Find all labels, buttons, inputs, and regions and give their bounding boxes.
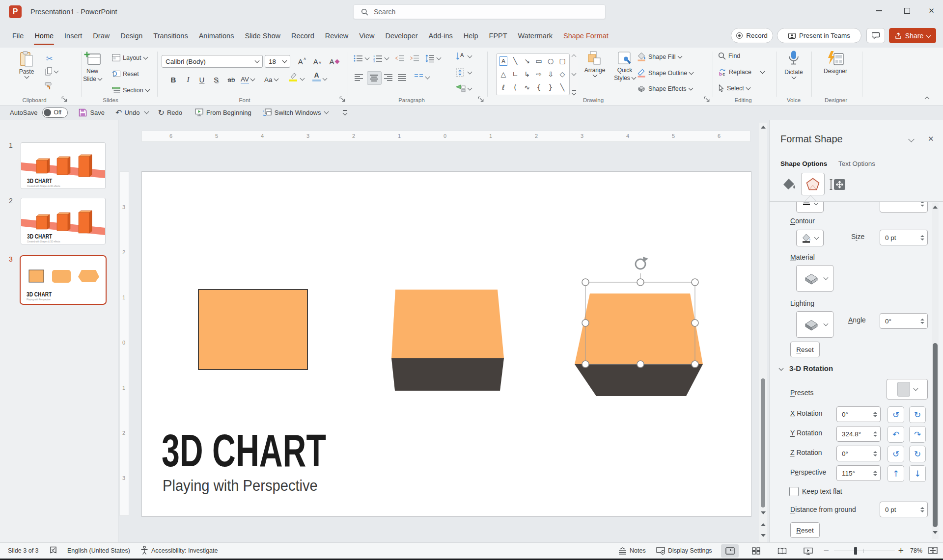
keep-text-flat-checkbox[interactable] [789,487,799,496]
increase-font-size-button[interactable]: A˄ [295,55,309,68]
accessibility-icon[interactable] [140,546,148,555]
shape-3d-extruded[interactable] [391,290,504,391]
tab-fppt[interactable]: FPPT [484,24,513,48]
reading-view-button[interactable] [773,544,791,558]
dictate-button[interactable]: Dictate [780,50,807,79]
decrease-indent-button[interactable] [395,55,405,62]
autosave-toggle[interactable]: Off [42,107,68,118]
next-slide-button[interactable] [761,534,766,537]
tab-home[interactable]: Home [29,24,59,48]
tab-review[interactable]: Review [320,24,354,48]
save-icon[interactable] [79,108,87,117]
shape-icon-elbow-arrow[interactable]: ↳ [521,68,533,81]
switch-windows-dropdown[interactable] [324,109,329,114]
font-size-select[interactable]: 18 [265,55,290,68]
font-color-button[interactable]: A [312,71,321,81]
align-left-button[interactable] [355,74,363,81]
slide-show-view-button[interactable] [799,544,817,558]
y-rotation-up-button[interactable]: ↶ [888,426,904,443]
clipboard-dialog-launcher[interactable] [61,96,68,103]
highlight-color-button[interactable] [289,72,297,81]
effects-tab-icon[interactable] [801,173,825,195]
tab-view[interactable]: View [354,24,380,48]
new-slide-button[interactable]: New Slide [78,51,107,82]
drawing-dialog-launcher[interactable] [703,96,710,103]
shape-fill-button[interactable]: Shape Fill [637,52,682,61]
slide-indicator[interactable]: Slide 3 of 3 [8,547,39,554]
perspective-up-button[interactable]: ↑ [888,465,904,482]
tab-design[interactable]: Design [115,24,148,48]
convert-to-smartart-button[interactable] [456,84,472,93]
shape-icon-freeform[interactable]: ◇ [556,68,568,81]
shape-icon-arrow-line[interactable]: ↘ [521,54,533,68]
zoom-slider-track[interactable] [834,551,895,551]
scroll-up-icon[interactable] [761,126,766,129]
z-rotation-spinner[interactable]: 0° [836,446,881,461]
bullets-button[interactable] [354,54,369,62]
slide-title-text[interactable]: 3D CHART [162,425,326,477]
zoom-level[interactable]: 78% [910,547,922,554]
tab-animations[interactable]: Animations [194,24,240,48]
fill-line-tab-icon[interactable] [781,178,798,191]
zoom-slider-thumb[interactable] [854,547,857,555]
redo-icon[interactable]: ↻ [158,108,165,117]
shape-icon-rectangle[interactable]: ▭ [533,54,545,68]
present-in-teams-button[interactable]: Present in Teams [777,28,861,43]
shape-flat-rectangle[interactable] [198,290,307,370]
cut-button[interactable]: ✂ [46,52,53,65]
shape-icon-textbox[interactable]: A [499,56,507,66]
paragraph-dialog-launcher[interactable] [477,96,484,103]
tab-shape-options[interactable]: Shape Options [780,160,827,167]
distance-from-ground-spinner[interactable]: 0 pt [880,502,928,517]
strikethrough-button[interactable]: ab [224,73,239,86]
lighting-reset-button[interactable]: Reset [790,342,820,357]
qat-overflow-button[interactable] [343,110,347,114]
contour-size-spinner[interactable]: 0 pt [880,230,928,245]
paste-button[interactable]: Paste [14,51,39,78]
material-dropdown[interactable] [796,265,833,292]
text-shadow-button[interactable]: S [210,73,222,86]
shape-icon-line[interactable]: ╲ [509,54,521,68]
designer-button[interactable]: Designer [818,51,853,75]
normal-view-button[interactable] [721,544,739,558]
justify-button[interactable] [398,74,407,81]
format-painter-button[interactable] [44,82,53,93]
panel-collapse-icon[interactable] [908,136,915,142]
tab-transitions[interactable]: Transitions [148,24,193,48]
shape-3d-selected[interactable] [575,293,703,396]
tab-record[interactable]: Record [286,24,320,48]
highlight-color-dropdown[interactable] [300,76,305,81]
from-beginning-icon[interactable] [195,108,203,116]
text-direction-button[interactable]: A [456,52,472,61]
tab-text-options[interactable]: Text Options [838,160,875,167]
clear-formatting-button[interactable]: A [326,55,342,68]
shape-icon-scribble[interactable]: ℓ [498,81,509,94]
shape-icon-rounded-rectangle[interactable]: ▢ [556,54,568,68]
shapes-gallery[interactable]: A ╲ ↘ ▭ ○ ▢ △ ∟ ↳ ⇨ ⇩ ◇ ℓ ( ∿ { } ╲ [496,52,578,97]
x-rotation-right-button[interactable]: ↻ [909,406,926,423]
columns-button[interactable] [415,74,429,81]
reset-button[interactable]: Reset [112,70,139,78]
share-button[interactable]: Share [889,28,936,43]
display-settings-icon[interactable] [656,547,666,555]
rotation-section-header[interactable]: 3-D Rotation [789,364,833,373]
slide-canvas[interactable]: 3D CHART Playing with Perspective [141,171,751,517]
tab-developer[interactable]: Developer [380,24,423,48]
tab-help[interactable]: Help [458,24,484,48]
panel-scroll-down-icon[interactable] [933,531,938,534]
shape-icon-down-arrow[interactable]: ⇩ [545,68,556,81]
switch-windows-icon[interactable] [263,108,272,116]
slide-3-thumbnail[interactable]: 3D CHART Playing with Perspective [20,255,107,305]
z-rotation-cw-button[interactable]: ↻ [909,446,926,462]
zoom-in-button[interactable]: + [898,546,904,555]
previous-slide-button[interactable] [761,523,766,526]
slide-sorter-view-button[interactable] [747,544,765,558]
switch-windows-label[interactable]: Switch Windows [275,109,321,116]
decrease-font-size-button[interactable]: A˅ [310,55,324,68]
layout-button[interactable]: Layout [112,54,147,61]
find-button[interactable]: Find [718,52,740,60]
font-color-dropdown[interactable] [323,76,328,81]
font-dialog-launcher[interactable] [339,96,346,103]
maximize-button[interactable] [895,0,918,22]
copy-button[interactable] [45,67,58,76]
